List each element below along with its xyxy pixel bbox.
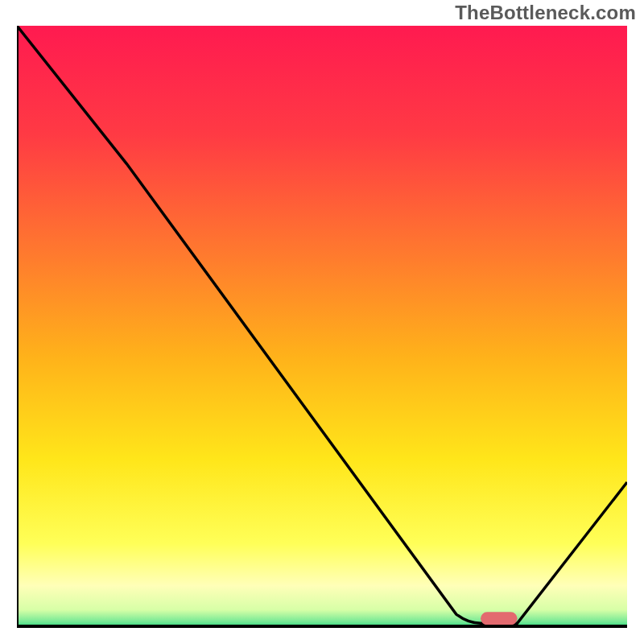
chart-container: TheBottleneck.com [0, 0, 644, 644]
optimum-marker [481, 612, 517, 625]
watermark-text: TheBottleneck.com [455, 2, 636, 24]
chart-svg [17, 26, 627, 628]
gradient-background [17, 26, 627, 628]
